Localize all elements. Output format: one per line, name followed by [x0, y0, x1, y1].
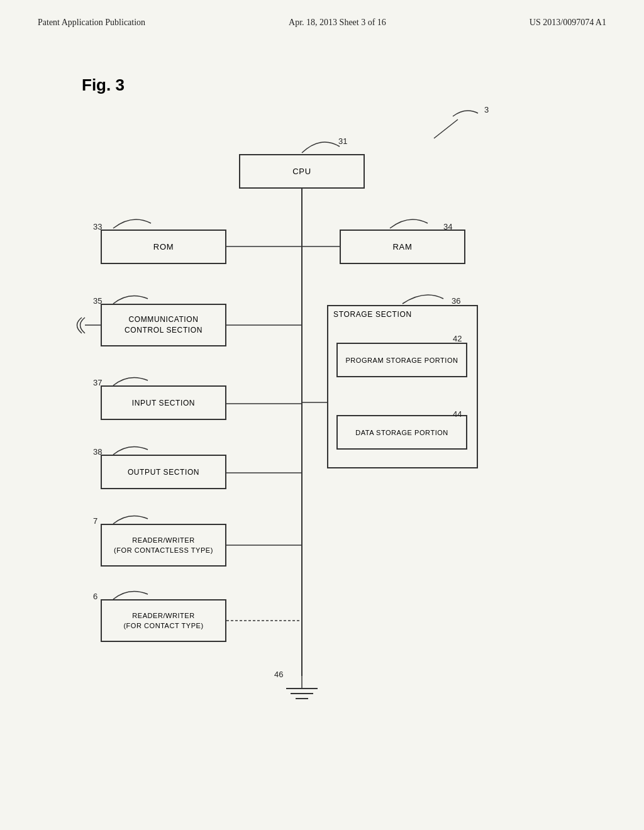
ref-3: 3	[484, 105, 489, 114]
svg-line-0	[434, 119, 458, 138]
page-header: Patent Application Publication Apr. 18, …	[0, 0, 644, 28]
ram-label: RAM	[393, 242, 413, 252]
ref-34: 34	[443, 222, 452, 231]
rw-contactless-label: READER/WRITER(FOR CONTACTLESS TYPE)	[114, 535, 213, 556]
figure-label: Fig. 3	[82, 75, 125, 95]
input-box: INPUT SECTION	[101, 385, 226, 420]
prog-storage-label: PROGRAM STORAGE PORTION	[345, 357, 458, 364]
ref-44: 44	[453, 409, 462, 419]
ref-7: 7	[93, 516, 97, 526]
data-storage-label: DATA STORAGE PORTION	[355, 429, 448, 436]
comm-box: COMMUNICATIONCONTROL SECTION	[101, 304, 226, 346]
ref-37: 37	[93, 378, 102, 387]
comm-label: COMMUNICATIONCONTROL SECTION	[125, 314, 203, 336]
diagram: CPU ROM RAM COMMUNICATIONCONTROL SECTION…	[50, 97, 604, 764]
rw-contact-label: READER/WRITER(FOR CONTACT TYPE)	[123, 611, 203, 631]
ref-46: 46	[274, 670, 283, 679]
rom-box: ROM	[101, 230, 226, 264]
ref-31: 31	[338, 136, 347, 146]
input-label: INPUT SECTION	[132, 399, 195, 407]
header-left: Patent Application Publication	[38, 18, 145, 28]
ref-38: 38	[93, 447, 102, 456]
ref-33: 33	[93, 222, 102, 231]
header-center: Apr. 18, 2013 Sheet 3 of 16	[289, 18, 386, 28]
cpu-box: CPU	[239, 154, 365, 189]
rw-contact-box: READER/WRITER(FOR CONTACT TYPE)	[101, 599, 226, 642]
ref-36: 36	[452, 296, 460, 306]
output-box: OUTPUT SECTION	[101, 455, 226, 489]
rw-contactless-box: READER/WRITER(FOR CONTACTLESS TYPE)	[101, 524, 226, 567]
output-label: OUTPUT SECTION	[128, 468, 199, 477]
prog-storage-box: PROGRAM STORAGE PORTION	[336, 343, 467, 377]
data-storage-box: DATA STORAGE PORTION	[336, 415, 467, 450]
ref-6: 6	[93, 592, 97, 601]
rom-label: ROM	[153, 242, 174, 252]
ram-box: RAM	[340, 230, 465, 264]
page: Patent Application Publication Apr. 18, …	[0, 0, 644, 830]
header-right: US 2013/0097074 A1	[530, 18, 606, 28]
ref-42: 42	[453, 334, 462, 343]
ref-35: 35	[93, 296, 102, 306]
cpu-label: CPU	[292, 167, 311, 176]
storage-label: STORAGE SECTION	[333, 310, 412, 319]
